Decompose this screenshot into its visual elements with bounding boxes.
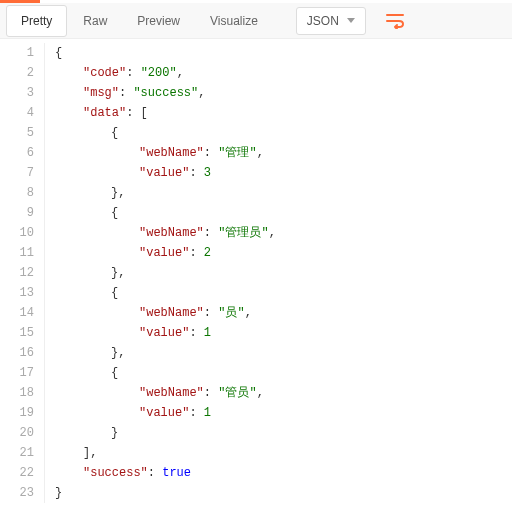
format-dropdown[interactable]: JSON [296, 7, 366, 35]
tab-pretty[interactable]: Pretty [6, 5, 67, 37]
code-content: {"code": "200","msg": "success","data": … [55, 43, 276, 503]
format-dropdown-label: JSON [307, 14, 339, 28]
tab-preview[interactable]: Preview [123, 6, 194, 36]
wrap-lines-button[interactable] [380, 9, 410, 33]
line-number-gutter: 1 2 3 4 5 6 7 8 9 10 11 12 13 14 15 16 1… [0, 43, 44, 503]
tab-raw[interactable]: Raw [69, 6, 121, 36]
gutter-divider [44, 43, 45, 503]
response-toolbar: Pretty Raw Preview Visualize JSON [0, 3, 512, 39]
code-viewer[interactable]: 1 2 3 4 5 6 7 8 9 10 11 12 13 14 15 16 1… [0, 39, 512, 503]
wrap-lines-icon [386, 13, 404, 29]
chevron-down-icon [347, 18, 355, 23]
tab-visualize[interactable]: Visualize [196, 6, 272, 36]
